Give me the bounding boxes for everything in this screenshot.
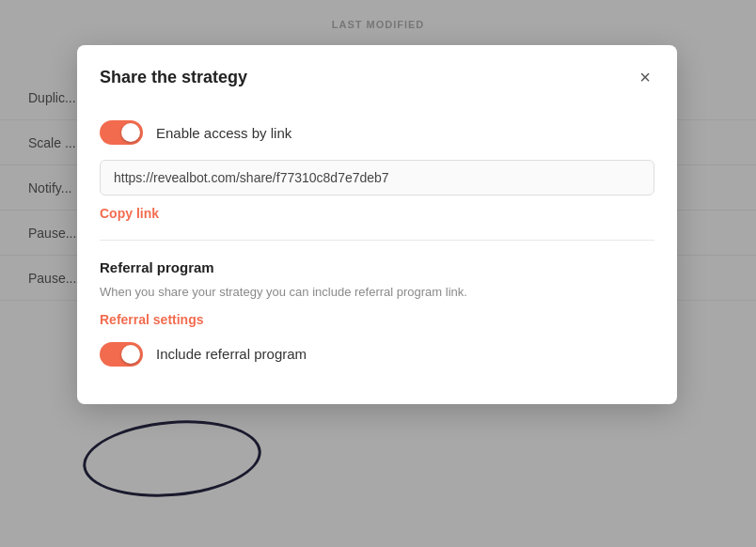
referral-settings-button[interactable]: Referral settings	[100, 312, 203, 327]
enable-access-label: Enable access by link	[156, 125, 291, 141]
modal-title: Share the strategy	[100, 68, 247, 87]
include-toggle-slider	[100, 342, 143, 367]
enable-access-toggle[interactable]	[100, 120, 143, 145]
referral-section-title: Referral program	[100, 259, 654, 275]
copy-link-button[interactable]: Copy link	[100, 206, 159, 221]
section-divider	[100, 240, 654, 241]
modal-body: Enable access by link Copy link Referral…	[77, 105, 677, 404]
toggle-slider-on	[100, 120, 143, 145]
include-referral-row: Include referral program	[100, 342, 654, 367]
share-modal: Share the strategy × Enable access by li…	[77, 45, 677, 404]
modal-header: Share the strategy ×	[77, 45, 677, 105]
referral-desc: When you share your strategy you can inc…	[100, 283, 654, 302]
enable-access-row: Enable access by link	[100, 120, 654, 145]
include-referral-toggle[interactable]	[100, 342, 143, 367]
share-url-input[interactable]	[100, 160, 654, 195]
include-referral-label: Include referral program	[156, 346, 307, 362]
close-button[interactable]: ×	[636, 64, 654, 90]
